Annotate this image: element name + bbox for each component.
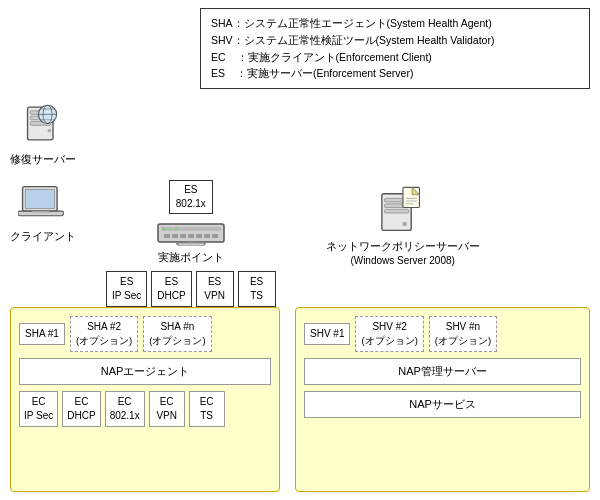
svg-rect-20 [196, 234, 202, 238]
enforce-label: 実施ポイント [158, 250, 224, 265]
legend-line-4: ES ：実施サーバー(Enforcement Server) [211, 65, 579, 82]
network-server-icon [375, 180, 430, 235]
svg-rect-21 [204, 234, 210, 238]
client-icon [18, 180, 68, 225]
repair-server-icon [18, 98, 68, 148]
es-802-box: ES802.1x [169, 180, 213, 214]
ec-row: ECIP Sec ECDHCP EC802.1x ECVPN ECTS [19, 391, 271, 427]
enforce-icon-row: ES802.1x [156, 180, 226, 246]
svg-point-32 [403, 222, 408, 227]
network-server-area: ネットワークポリシーサーバー (Windows Server 2008) [326, 180, 480, 266]
ec-8021x: EC802.1x [105, 391, 145, 427]
sha-row: SHA #1 SHA #2(オプション) SHA #n(オプション) [19, 316, 271, 352]
svg-rect-18 [180, 234, 186, 238]
left-yellow-section: SHA #1 SHA #2(オプション) SHA #n(オプション) NAPエー… [10, 307, 280, 492]
nap-agent-bar: NAPエージェント [19, 358, 271, 385]
legend-line-3: EC ：実施クライアント(Enforcement Client) [211, 49, 579, 66]
ec-dhcp: ECDHCP [62, 391, 100, 427]
svg-rect-16 [164, 234, 170, 238]
nap-mgmt-bar: NAP管理サーバー [304, 358, 581, 385]
svg-point-4 [48, 129, 52, 133]
sha-n: SHA #n(オプション) [143, 316, 211, 352]
client-area: クライアント [10, 180, 76, 244]
svg-rect-13 [32, 211, 50, 213]
svg-rect-11 [25, 189, 54, 208]
svg-rect-22 [212, 234, 218, 238]
enforce-area: ES802.1x 実施ポイント [106, 180, 276, 307]
client-label: クライアント [10, 229, 76, 244]
ec-ipsec: ECIP Sec [19, 391, 58, 427]
switch-icon [156, 216, 226, 246]
shv-1: SHV #1 [304, 323, 350, 345]
sha-1: SHA #1 [19, 323, 65, 345]
svg-rect-33 [403, 187, 420, 207]
svg-rect-19 [188, 234, 194, 238]
legend-line-1: SHA：システム正常性エージェント(System Health Agent) [211, 15, 579, 32]
legend-box: SHA：システム正常性エージェント(System Health Agent) S… [200, 8, 590, 89]
top-icons-area: 修復サーバー [0, 98, 600, 167]
legend-line-2: SHV：システム正常性検証ツール(System Health Validator… [211, 32, 579, 49]
svg-point-23 [162, 228, 165, 231]
es-boxes-row: ESIP Sec ESDHCP ESVPN ESTS [106, 271, 276, 307]
repair-server: 修復サーバー [10, 98, 76, 167]
sha-2: SHA #2(オプション) [70, 316, 138, 352]
ec-vpn: ECVPN [149, 391, 185, 427]
es-ipsec: ESIP Sec [106, 271, 147, 307]
network-server-label: ネットワークポリシーサーバー (Windows Server 2008) [326, 239, 480, 266]
svg-rect-17 [172, 234, 178, 238]
svg-point-25 [174, 228, 177, 231]
middle-area: クライアント ES802.1x [0, 180, 600, 307]
es-dhcp: ESDHCP [151, 271, 191, 307]
right-yellow-section: SHV #1 SHV #2(オプション) SHV #n(オプション) NAP管理… [295, 307, 590, 492]
es-ts: ESTS [238, 271, 276, 307]
nap-service-bar: NAPサービス [304, 391, 581, 418]
ec-ts: ECTS [189, 391, 225, 427]
svg-rect-27 [178, 243, 204, 246]
svg-point-24 [168, 228, 171, 231]
shv-2: SHV #2(オプション) [355, 316, 423, 352]
svg-rect-31 [385, 209, 409, 213]
shv-row: SHV #1 SHV #2(オプション) SHV #n(オプション) [304, 316, 581, 352]
es-vpn: ESVPN [196, 271, 234, 307]
svg-rect-14 [158, 224, 224, 242]
shv-n: SHV #n(オプション) [429, 316, 497, 352]
repair-server-label: 修復サーバー [10, 152, 76, 167]
